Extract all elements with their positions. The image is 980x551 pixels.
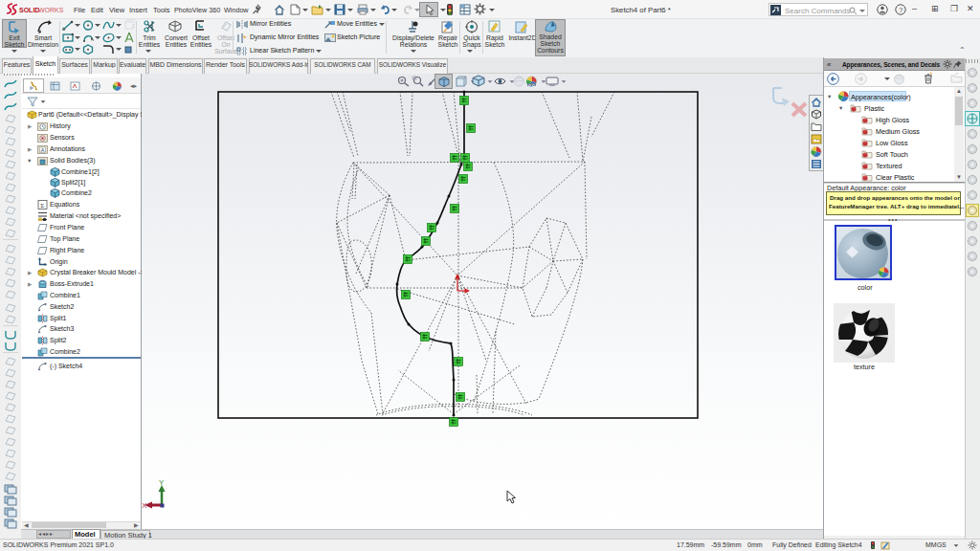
svg-text:A: A [41,147,45,153]
svg-text:?: ? [899,6,903,14]
svg-text:Σ: Σ [40,202,44,209]
